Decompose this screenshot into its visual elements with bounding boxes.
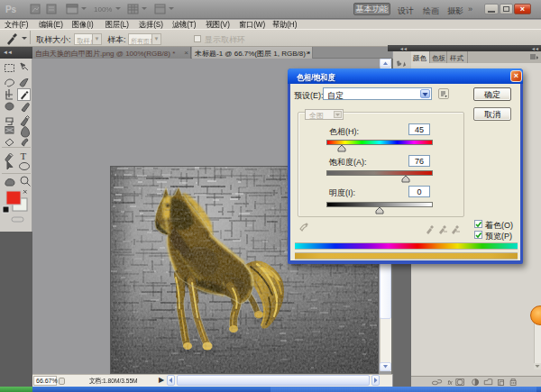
svg-text:T: T bbox=[21, 150, 27, 161]
svg-text:fx: fx bbox=[447, 379, 453, 386]
svg-text:100%: 100% bbox=[94, 5, 112, 14]
